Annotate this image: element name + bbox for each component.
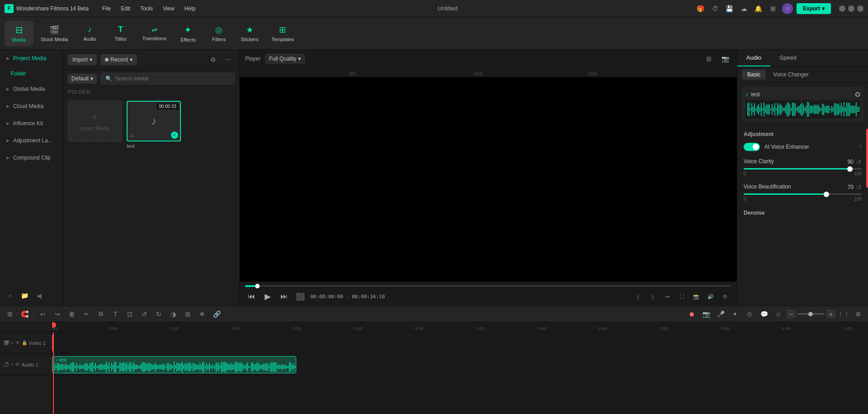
bell-icon[interactable]: 🔔 [753,3,764,14]
import-button[interactable]: Import ▾ [68,54,97,65]
freeze-btn[interactable]: ❄ [196,308,209,320]
filter-icon[interactable]: ⚙ [207,53,219,66]
screenshot-button[interactable]: 📸 [690,290,702,303]
gift-icon[interactable]: 🎁 [695,3,706,14]
stop-button[interactable]: ⬛ [294,290,307,303]
toolbar-item-titles[interactable]: T Titles [106,21,135,45]
next-frame-button[interactable]: ⏭ [278,290,290,303]
rotate-left-btn[interactable]: ↺ [138,308,151,320]
snapshot-timeline-btn[interactable]: 📷 [700,308,712,320]
skip-back-button[interactable]: ⏮ [245,290,258,303]
export-button[interactable]: Export ▾ [797,3,831,14]
delete-button[interactable]: 🗑 [66,308,78,320]
media-item-test[interactable]: ♪ 00:00:33 ♫ ✓ test [127,101,181,301]
toolbar-item-effects[interactable]: ✦ Effects [174,21,203,46]
tab-audio[interactable]: Audio [737,50,770,66]
ai-voice-help-icon[interactable]: ? [859,144,862,150]
detach-btn[interactable]: ⊙ [743,308,756,320]
toolbar-item-stickers[interactable]: ★ Stickers [235,21,264,46]
more-options-icon[interactable]: ⋯ [222,53,235,66]
cloud-icon[interactable]: ☁ [739,3,749,14]
tab-speed[interactable]: Speed [770,50,806,66]
undo-button[interactable]: ↩ [37,308,49,320]
history-icon[interactable]: ⏱ [710,3,721,14]
fullscreen-button[interactable]: ⛶ [675,290,688,303]
toolbar-item-stock[interactable]: 🎬 Stock Media [35,21,74,46]
grid-icon[interactable]: ⊞ [768,3,778,14]
subtab-voice-changer[interactable]: Voice Changer [768,70,814,80]
sidebar-item-cloud-media[interactable]: ▶ Cloud Media [0,98,63,115]
avatar[interactable]: U [782,3,793,14]
toolbar-item-media[interactable]: ⊟ Media [5,21,33,46]
audio-clip-test[interactable]: ♪ test [52,356,296,373]
voice-beautification-reset[interactable]: ↺ [856,183,862,191]
save-icon[interactable]: 💾 [724,3,735,14]
toolbar-item-filters[interactable]: ◎ Filters [204,21,233,46]
toolbar-item-templates[interactable]: ⊞ Templates [266,21,299,46]
menu-view[interactable]: View [158,4,179,14]
ai-btn[interactable]: ✦ [729,308,741,320]
toolbar-item-transitions[interactable]: ⇌ Transitions [137,22,172,45]
timeline-layout-btn[interactable]: ⊞ [4,308,16,320]
voice-beautification-thumb[interactable] [824,192,829,197]
sidebar-item-project-media[interactable]: ▶ Project Media [0,50,63,67]
split-button[interactable]: ⧉ [95,308,107,320]
redo-button[interactable]: ↪ [51,308,64,320]
zoom-in-button[interactable]: + [826,310,835,319]
more-timeline-btn[interactable]: ⋮⋮ [837,308,850,320]
menu-help[interactable]: Help [180,4,200,14]
sidebar-item-compound-clip[interactable]: ▶ Compound Clip [0,149,63,166]
grid-view-icon[interactable]: ⊞ [702,52,715,65]
zoom-slider[interactable] [797,313,825,315]
sidebar-folder[interactable]: Folder [0,67,63,80]
sidebar-item-global-media[interactable]: ▶ Global Media [0,80,63,98]
text-button[interactable]: T [109,308,122,320]
voice-clarity-reset[interactable]: ↺ [856,158,862,165]
playhead[interactable] [53,332,54,414]
crop-button[interactable]: ⊡ [123,308,136,320]
sidebar-item-adjustment[interactable]: ▶ Adjustment La... [0,132,63,149]
record-button[interactable]: Record ▾ [100,54,137,65]
color-btn[interactable]: ◑ [167,308,180,320]
search-input[interactable] [115,75,230,82]
mark-in-button[interactable]: { [632,290,645,303]
player-progress-bar[interactable] [245,285,731,287]
subtitle-btn[interactable]: 💬 [758,308,770,320]
timeline-settings-btn[interactable]: ⚙ [852,308,864,320]
menu-tools[interactable]: Tools [136,4,157,14]
folder-add-button[interactable]: 📁 [18,289,31,302]
voice-clarity-thumb[interactable] [847,166,853,172]
close-button[interactable]: ✕ [857,5,863,12]
snapshot-icon[interactable]: 📷 [719,52,731,65]
menu-file[interactable]: File [98,4,115,14]
view-mode-select[interactable]: Default ▾ [68,74,97,84]
cut-button[interactable]: ✂ [80,308,93,320]
settings-button[interactable]: ⚙ [719,290,731,303]
progress-thumb[interactable] [255,284,260,288]
collapse-button[interactable]: ◀ [33,289,45,302]
quality-select[interactable]: Full Quality ▾ [265,54,305,64]
mark-out-button[interactable]: } [646,290,659,303]
add-collection-button[interactable]: + [4,289,16,302]
emoticon-btn[interactable]: ☺ [772,308,785,320]
zoom-out-button[interactable]: − [787,310,796,319]
maximize-button[interactable]: □ [848,5,854,12]
record-timeline-btn[interactable]: ⏺ [685,308,698,320]
sidebar-item-influence-kit[interactable]: ▶ Influence Kit [0,115,63,132]
voiceover-btn[interactable]: 🎤 [714,308,727,320]
ai-voice-enhancer-toggle[interactable] [744,143,760,151]
subtab-basic[interactable]: Basic [742,70,766,80]
import-media-button[interactable]: + Import Media [68,101,122,141]
pip-btn[interactable]: ⊞ [181,308,194,320]
rotate-right-btn[interactable]: ↻ [152,308,165,320]
volume-button[interactable]: 🔊 [704,290,717,303]
clip-marker-button[interactable]: ↦ [661,290,674,303]
play-button[interactable]: ▶ [261,290,274,303]
timeline-magnet-btn[interactable]: 🧲 [18,308,31,320]
menu-edit[interactable]: Edit [116,4,135,14]
link-btn[interactable]: 🔗 [210,308,223,320]
minimize-button[interactable]: – [839,5,845,12]
toolbar-item-audio[interactable]: ♪ Audio [76,21,104,45]
voice-beautification-slider[interactable] [744,193,862,195]
voice-clarity-slider[interactable] [744,168,862,169]
